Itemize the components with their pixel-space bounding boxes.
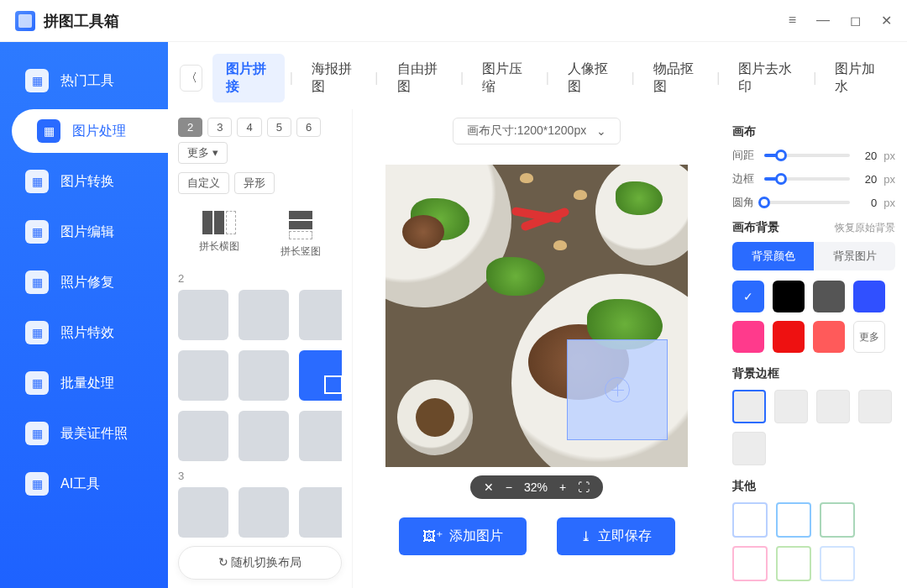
tab-7[interactable]: 图片加水 — [821, 54, 894, 102]
irregular-pill[interactable]: 异形 — [234, 172, 275, 194]
template-option[interactable] — [299, 487, 342, 538]
spacing-slider[interactable] — [764, 154, 850, 157]
color-swatch[interactable] — [773, 321, 805, 353]
count-3[interactable]: 3 — [207, 118, 232, 137]
edit-icon: ▦ — [25, 220, 49, 244]
sidebar-item-4[interactable]: ▦照片修复 — [0, 260, 168, 304]
frame-option[interactable] — [820, 546, 855, 581]
count-more[interactable]: 更多 ▾ — [178, 142, 228, 164]
border-option[interactable] — [732, 432, 766, 465]
template-option[interactable] — [178, 411, 228, 461]
color-swatch[interactable] — [732, 281, 764, 312]
image-plus-icon: 🖼⁺ — [422, 528, 443, 544]
mode-h-label: 拼长横图 — [199, 239, 239, 254]
minimize-icon[interactable]: — — [816, 13, 830, 29]
sidebar-label: 照片修复 — [60, 274, 114, 291]
menu-icon[interactable]: ≡ — [789, 13, 796, 29]
sidebar-item-5[interactable]: ▦照片特效 — [0, 311, 168, 354]
template-group-label: 2 — [178, 272, 338, 285]
seg-bg-image[interactable]: 背景图片 — [814, 242, 895, 270]
radius-slider[interactable] — [764, 201, 850, 204]
color-swatch[interactable] — [813, 321, 845, 353]
batch-icon: ▦ — [25, 371, 49, 395]
frame-option[interactable] — [776, 546, 811, 581]
add-image-button[interactable]: 🖼⁺ 添加图片 — [399, 517, 527, 555]
other-title: 其他 — [732, 479, 895, 494]
sidebar-item-8[interactable]: ▦AI工具 — [0, 462, 168, 506]
tab-4[interactable]: 人像抠图 — [554, 54, 627, 102]
frame-option[interactable] — [776, 502, 811, 538]
border-option[interactable] — [816, 390, 850, 423]
frame-option[interactable] — [732, 502, 768, 538]
template-option[interactable] — [299, 350, 342, 401]
zoom-in-icon[interactable]: + — [559, 480, 566, 494]
template-option[interactable] — [239, 411, 289, 461]
border-value: 20 — [857, 173, 877, 186]
template-option[interactable] — [178, 350, 228, 401]
tab-6[interactable]: 图片去水印 — [725, 54, 808, 102]
random-layout-button[interactable]: ↻ 随机切换布局 — [178, 546, 342, 580]
id-photo-icon: ▦ — [25, 422, 49, 445]
color-swatch[interactable] — [853, 281, 885, 312]
sidebar-item-3[interactable]: ▦图片编辑 — [0, 210, 168, 254]
sidebar-item-6[interactable]: ▦批量处理 — [0, 361, 168, 405]
spacing-value: 20 — [857, 150, 877, 162]
count-2[interactable]: 2 — [178, 118, 202, 137]
sidebar-item-0[interactable]: ▦热门工具 — [0, 59, 168, 102]
tab-1[interactable]: 海报拼图 — [298, 54, 370, 102]
border-option[interactable] — [774, 390, 808, 423]
save-button[interactable]: ⤓ 立即保存 — [557, 517, 675, 555]
template-option[interactable] — [239, 290, 289, 340]
sidebar-label: 批量处理 — [60, 375, 114, 392]
frame-option[interactable] — [820, 502, 855, 538]
color-swatch[interactable] — [732, 321, 764, 353]
tab-0[interactable]: 图片拼接 — [212, 54, 285, 102]
seg-bg-color[interactable]: 背景颜色 — [732, 242, 814, 270]
template-option[interactable] — [178, 290, 228, 340]
mode-vertical[interactable]: 拼长竖图 — [280, 211, 321, 259]
tab-2[interactable]: 自由拼图 — [384, 54, 456, 102]
color-more[interactable]: 更多 — [853, 321, 885, 353]
convert-icon: ▦ — [25, 170, 49, 193]
image-process-icon: ▦ — [37, 119, 60, 143]
sidebar-item-1[interactable]: ▦图片处理 — [12, 109, 168, 153]
template-option[interactable] — [239, 350, 289, 401]
count-6[interactable]: 6 — [296, 118, 321, 137]
template-option[interactable] — [299, 411, 342, 461]
custom-pill[interactable]: 自定义 — [178, 172, 229, 194]
close-icon[interactable]: ✕ — [881, 13, 892, 29]
shuffle-icon[interactable]: ✕ — [484, 480, 494, 494]
border-style-title: 背景边框 — [732, 366, 895, 381]
color-swatch[interactable] — [813, 281, 845, 312]
border-option[interactable] — [732, 390, 766, 423]
canvas-size-label: 画布尺寸:1200*1200px — [467, 123, 586, 139]
back-button[interactable]: 〈 — [180, 65, 202, 92]
sidebar-label: 热门工具 — [60, 72, 114, 90]
maximize-icon[interactable]: ◻ — [850, 13, 861, 29]
frame-option[interactable] — [732, 546, 768, 581]
template-group-label: 3 — [178, 470, 338, 482]
zoom-out-icon[interactable]: − — [506, 480, 512, 494]
sidebar-item-7[interactable]: ▦最美证件照 — [0, 412, 168, 455]
template-option[interactable] — [178, 487, 228, 538]
fit-icon[interactable]: ⛶ — [578, 480, 590, 494]
count-5[interactable]: 5 — [267, 118, 291, 137]
canvas-size-select[interactable]: 画布尺寸:1200*1200px ⌄ — [453, 118, 621, 144]
canvas[interactable] — [385, 165, 688, 467]
template-option[interactable] — [239, 487, 289, 538]
color-swatch[interactable] — [773, 281, 805, 312]
bg-title: 画布背景 — [732, 220, 779, 235]
image-drop-slot[interactable] — [567, 339, 668, 440]
border-option[interactable] — [858, 390, 892, 423]
canvas-props-title: 画布 — [732, 124, 895, 139]
sidebar-label: 图片转换 — [60, 173, 114, 191]
sidebar-item-2[interactable]: ▦图片转换 — [0, 160, 168, 203]
count-4[interactable]: 4 — [237, 118, 261, 137]
mode-horizontal[interactable]: 拼长横图 — [199, 211, 239, 259]
tab-3[interactable]: 图片压缩 — [469, 54, 541, 102]
reset-bg-button[interactable]: 恢复原始背景 — [835, 221, 895, 235]
border-slider[interactable] — [764, 177, 850, 181]
vertical-icon — [289, 211, 312, 239]
tab-5[interactable]: 物品抠图 — [640, 54, 712, 102]
template-option[interactable] — [299, 290, 342, 340]
